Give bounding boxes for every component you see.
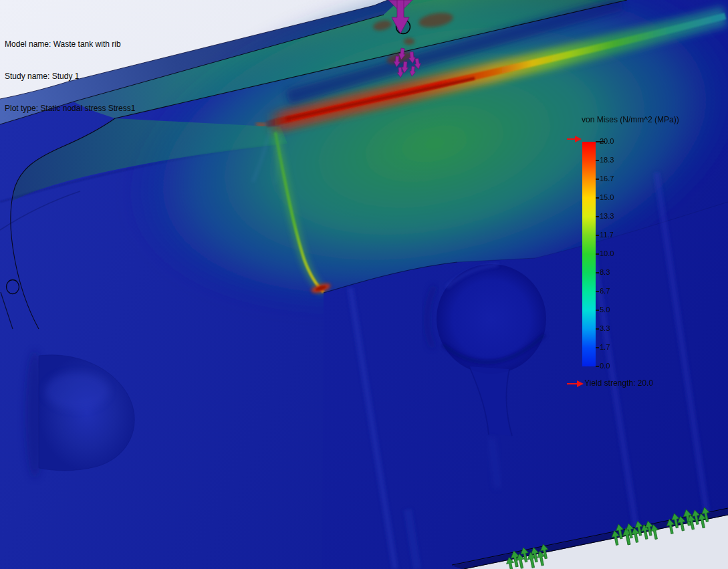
tick-label: 3.3 <box>600 324 640 333</box>
yield-strength-label: Yield strength: 20.0 <box>584 378 653 388</box>
tick-mark <box>596 216 599 217</box>
max-stress-arrow-icon <box>567 134 583 144</box>
tick-mark <box>596 328 599 330</box>
stress-legend: von Mises (N/mm^2 (MPa)) 20.0 18.3 16.7 … <box>567 115 714 396</box>
tick-label: 13.3 <box>600 211 640 221</box>
tick-mark <box>596 235 599 236</box>
tick-mark <box>596 347 599 348</box>
tick-mark <box>596 291 599 292</box>
tick-label: 1.7 <box>600 342 640 352</box>
model-name-line: Model name: Waste tank with rib <box>5 39 135 49</box>
solidworks-simulation-viewport[interactable]: Model name: Waste tank with rib Study na… <box>0 0 728 569</box>
color-bar-gradient[interactable] <box>582 142 596 366</box>
tick-mark <box>596 179 599 180</box>
tick-label: 0.0 <box>600 361 640 370</box>
tick-mark <box>596 366 599 367</box>
tick-label: 8.3 <box>600 267 640 277</box>
tick-mark <box>596 160 599 161</box>
tick-label: 15.0 <box>600 193 640 202</box>
study-name-line: Study name: Study 1 <box>5 71 135 82</box>
yield-strength-arrow-icon <box>567 380 584 388</box>
legend-title: von Mises (N/mm^2 (MPa)) <box>582 115 679 124</box>
tick-label: 11.7 <box>600 230 640 239</box>
plot-type-line: Plot type: Static nodal stress Stress1 <box>5 103 135 114</box>
plot-header: Model name: Waste tank with rib Study na… <box>5 17 135 124</box>
tick-mark <box>596 310 599 311</box>
tick-label: 6.7 <box>600 286 640 296</box>
tick-label: 5.0 <box>600 305 640 314</box>
tick-mark <box>596 197 599 199</box>
tick-label: 10.0 <box>600 249 640 258</box>
tick-label: 18.3 <box>600 155 640 164</box>
tick-mark <box>596 253 599 255</box>
tick-label: 16.7 <box>600 174 640 183</box>
tick-label: 20.0 <box>600 136 640 146</box>
tick-mark <box>596 272 599 273</box>
